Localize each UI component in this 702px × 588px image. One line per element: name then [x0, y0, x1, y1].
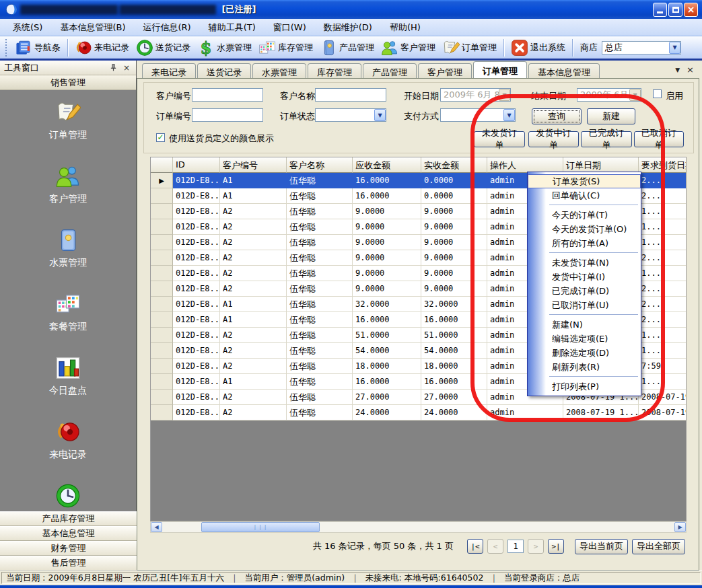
context-menu-item-1[interactable]: 订单发货(S): [528, 174, 641, 188]
tab-基本信息管理[interactable]: 基本信息管理: [528, 63, 600, 78]
row-selector-cell[interactable]: [151, 219, 173, 235]
scrollbar-track[interactable]: ❘❘❘: [162, 522, 674, 532]
sidebar-section-sales[interactable]: 销售管理: [0, 75, 136, 90]
context-menu-item-13[interactable]: 新建(N): [528, 318, 641, 332]
export-all-pages-button[interactable]: 导出全部页: [632, 539, 685, 554]
pin-button[interactable]: [108, 63, 118, 73]
row-selector-cell[interactable]: [151, 359, 173, 374]
row-selector-cell[interactable]: [151, 250, 173, 266]
start-date-picker[interactable]: 2009年 6月 8日 ▼: [440, 88, 511, 102]
grid-row-16[interactable]: 012D-E8...A2伍华聪24.000024.0000admin2008-0…: [151, 405, 686, 420]
scrollbar-thumb[interactable]: ❘❘❘: [201, 522, 320, 532]
sidebar-item-1[interactable]: 订单管理: [49, 100, 87, 141]
query-button[interactable]: 查询: [532, 108, 582, 124]
tab-产品管理[interactable]: 产品管理: [363, 63, 417, 78]
row-selector-cell[interactable]: [151, 281, 173, 297]
grid-column-header-5[interactable]: 实收金额: [421, 157, 487, 173]
context-menu-item-6[interactable]: 所有的订单(A): [528, 236, 641, 250]
status-filter-button-1[interactable]: 未发货订单: [474, 131, 525, 147]
status-filter-button-3[interactable]: 已完成订单: [581, 131, 632, 147]
toolbar-product-button[interactable]: 产品管理: [316, 38, 378, 58]
context-menu-item-4[interactable]: 今天的订单(T): [528, 208, 641, 222]
row-selector-cell[interactable]: [151, 312, 173, 328]
first-page-button[interactable]: |<: [467, 539, 483, 554]
row-selector-cell[interactable]: [151, 328, 173, 343]
order-no-input[interactable]: [192, 108, 263, 122]
toolbar-exit-button[interactable]: 退出系统: [507, 38, 569, 58]
sidebar-item-7[interactable]: 送货记录: [49, 483, 87, 511]
context-menu-item-10[interactable]: 已完成订单(D): [528, 284, 641, 298]
enable-checkbox[interactable]: [653, 89, 662, 98]
customer-name-input[interactable]: [315, 88, 386, 102]
toolbar-customer-button[interactable]: 客户管理: [378, 38, 439, 58]
tab-订单管理[interactable]: 订单管理: [473, 61, 527, 78]
grid-column-header-7[interactable]: 订单日期: [563, 157, 639, 173]
sidebar-group-2[interactable]: 基本信息管理: [0, 526, 137, 541]
context-menu-item-14[interactable]: 编辑选定项(E): [528, 332, 641, 346]
row-selector-cell[interactable]: [151, 297, 173, 312]
row-selector-cell[interactable]: [151, 374, 173, 390]
status-filter-button-4[interactable]: 已取消订单: [634, 131, 684, 147]
tab-送货记录[interactable]: 送货记录: [197, 63, 251, 78]
sidebar-item-2[interactable]: 客户管理: [49, 163, 87, 205]
sidebar-item-3[interactable]: 水票管理: [49, 227, 87, 269]
context-menu-item-18[interactable]: 打印列表(P): [528, 379, 641, 394]
sidebar-group-4[interactable]: 售后管理: [0, 556, 137, 571]
row-selector-cell[interactable]: [151, 204, 173, 219]
context-menu-item-2[interactable]: 回单确认(C): [528, 188, 641, 203]
toolbar-water-ticket-button[interactable]: $水票管理: [194, 38, 255, 58]
context-menu-item-15[interactable]: 删除选定项(D): [528, 346, 641, 360]
sidebar-item-5[interactable]: 今日盘点: [49, 355, 87, 397]
pay-method-select[interactable]: ▼: [440, 108, 516, 122]
toolbar-delivery-records-button[interactable]: 送货记录: [133, 38, 194, 58]
color-display-checkbox[interactable]: ✓: [156, 133, 165, 142]
grid-column-header-6[interactable]: 操作人: [487, 157, 563, 173]
tab-dropdown-icon[interactable]: ▼: [675, 67, 680, 73]
row-selector-cell[interactable]: [151, 405, 173, 420]
shop-select[interactable]: 总店▼: [602, 41, 681, 54]
tab-库存管理[interactable]: 库存管理: [308, 63, 361, 78]
toolbar-call-records-button[interactable]: 来电记录: [71, 38, 133, 58]
scroll-left-icon[interactable]: ◀: [151, 522, 162, 532]
context-menu-item-9[interactable]: 发货中订单(I): [528, 270, 641, 284]
menubar-item-1[interactable]: 系统(S): [4, 20, 51, 36]
menubar-item-2[interactable]: 基本信息管理(B): [51, 20, 134, 36]
tab-客户管理[interactable]: 客户管理: [418, 63, 472, 78]
menubar-item-4[interactable]: 辅助工具(T): [200, 20, 265, 36]
horizontal-scrollbar[interactable]: ◀ ❘❘❘ ▶: [150, 521, 687, 533]
tab-close-icon[interactable]: ×: [687, 65, 694, 75]
sidebar-item-4[interactable]: 套餐管理: [49, 291, 87, 333]
row-selector-cell[interactable]: [151, 266, 173, 281]
tab-来电记录[interactable]: 来电记录: [142, 63, 196, 78]
toolbar-navigator-button[interactable]: 导航条: [11, 38, 64, 58]
row-selector-cell[interactable]: [151, 235, 173, 250]
grid-column-header-2[interactable]: 客户编号: [220, 157, 287, 173]
minimize-button[interactable]: [653, 3, 667, 17]
scroll-right-icon[interactable]: ▶: [674, 522, 686, 532]
end-date-picker[interactable]: 2009年 6月 8日 ▼: [577, 88, 641, 102]
last-page-button[interactable]: >|: [548, 539, 564, 554]
current-row-marker-icon[interactable]: ▶: [151, 173, 173, 188]
page-number-input[interactable]: [507, 540, 524, 553]
grid-column-header-3[interactable]: 客户名称: [287, 157, 353, 173]
context-menu-item-11[interactable]: 已取消订单(U): [528, 298, 641, 312]
sidebar-item-6[interactable]: 来电记录: [49, 419, 87, 461]
maximize-button[interactable]: [668, 3, 682, 17]
menubar-item-5[interactable]: 窗口(W): [265, 20, 315, 36]
tab-水票管理[interactable]: 水票管理: [252, 63, 306, 78]
grid-column-header-4[interactable]: 应收金额: [353, 157, 421, 173]
context-menu-item-5[interactable]: 今天的发货订单(O): [528, 222, 641, 236]
menubar-item-6[interactable]: 数据维护(D): [315, 20, 381, 36]
next-page-button[interactable]: >: [528, 539, 544, 554]
sidebar-group-1[interactable]: 产品库存管理: [0, 511, 137, 526]
customer-no-input[interactable]: [192, 88, 263, 102]
row-selector-cell[interactable]: [151, 188, 173, 204]
prev-page-button[interactable]: <: [487, 539, 503, 554]
sidebar-group-3[interactable]: 财务管理: [0, 541, 137, 556]
grid-column-header-1[interactable]: ID: [173, 157, 220, 173]
toolbar-inventory-button[interactable]: 库存管理: [255, 38, 316, 58]
grid-column-header-8[interactable]: 要求到货日期: [639, 157, 687, 173]
row-selector-cell[interactable]: [151, 390, 173, 405]
menubar-item-3[interactable]: 运行信息(R): [134, 20, 199, 36]
context-menu-item-16[interactable]: 刷新列表(R): [528, 360, 641, 374]
